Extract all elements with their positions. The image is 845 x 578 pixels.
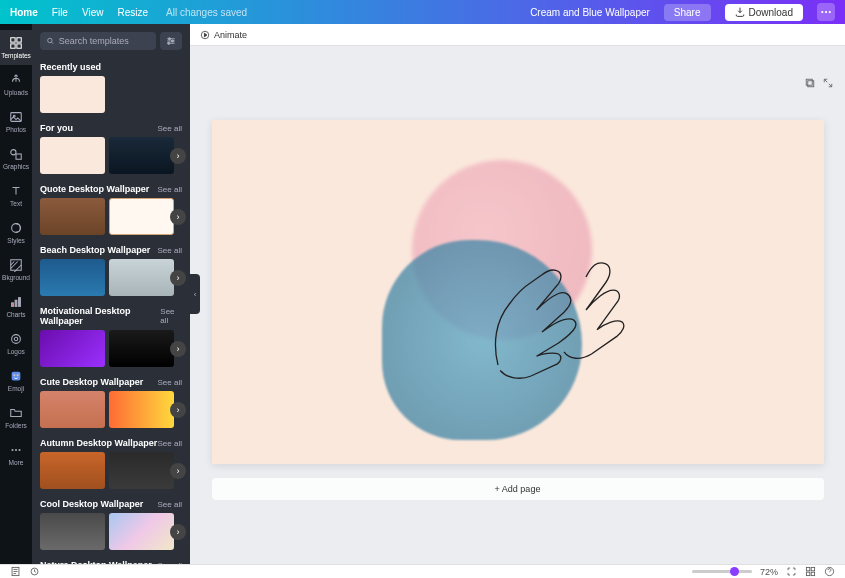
rail-label: More [9, 459, 24, 466]
template-thumb[interactable] [40, 513, 105, 550]
template-thumb[interactable] [109, 137, 174, 174]
search-settings-button[interactable] [160, 32, 182, 50]
svg-rect-10 [16, 154, 21, 159]
expand-page-button[interactable] [821, 76, 835, 90]
top-menu-bar: Home File View Resize All changes saved … [0, 0, 845, 24]
svg-rect-30 [808, 81, 814, 87]
file-menu[interactable]: File [52, 7, 68, 18]
svg-rect-36 [811, 572, 814, 575]
folders-icon [9, 406, 23, 420]
add-page-button[interactable]: + Add page [212, 478, 824, 500]
duration-button[interactable] [29, 566, 40, 577]
template-thumb[interactable] [109, 259, 174, 296]
zoom-slider[interactable] [692, 570, 752, 573]
svg-rect-18 [12, 372, 21, 381]
rail-background[interactable]: Bkground [0, 252, 32, 287]
rail-more[interactable]: More [0, 437, 32, 472]
rail-graphics[interactable]: Graphics [0, 141, 32, 176]
svg-point-20 [17, 374, 19, 376]
rail-label: Folders [5, 422, 27, 429]
panel-scroll[interactable]: Recently used For you See all › [32, 58, 190, 564]
svg-point-19 [13, 374, 15, 376]
more-button[interactable] [817, 3, 835, 21]
share-button[interactable]: Share [664, 4, 711, 21]
section-autumn: Autumn Desktop Wallpaper See all › [40, 434, 182, 489]
row-next-button[interactable]: › [170, 402, 186, 418]
template-thumb[interactable] [109, 452, 174, 489]
download-button[interactable]: Download [725, 4, 803, 21]
document-title[interactable]: Cream and Blue Wallpaper [530, 7, 650, 18]
rail-label: Text [10, 200, 22, 207]
section-title: Cool Desktop Wallpaper [40, 499, 143, 509]
search-input[interactable] [59, 36, 150, 46]
row-next-button[interactable]: › [170, 209, 186, 225]
svg-rect-13 [12, 303, 14, 307]
template-thumb[interactable] [40, 330, 105, 367]
svg-point-25 [168, 38, 170, 40]
svg-point-26 [171, 40, 173, 42]
help-button[interactable] [824, 566, 835, 577]
rail-label: Logos [7, 348, 25, 355]
see-all-link[interactable]: See all [158, 378, 182, 387]
rail-emoji[interactable]: Emoji [0, 363, 32, 398]
canvas-page-actions [803, 76, 835, 90]
more-horizontal-icon [820, 6, 832, 18]
template-thumb[interactable] [40, 259, 105, 296]
canvas-toolbar: Animate [190, 24, 845, 46]
rail-styles[interactable]: Styles [0, 215, 32, 250]
see-all-link[interactable]: See all [158, 561, 182, 565]
rail-charts[interactable]: Charts [0, 289, 32, 324]
duplicate-page-button[interactable] [803, 76, 817, 90]
svg-point-17 [14, 337, 18, 341]
section-cool: Cool Desktop Wallpaper See all › [40, 495, 182, 550]
template-thumb[interactable] [109, 198, 174, 235]
row-next-button[interactable]: › [170, 148, 186, 164]
rail-label: Emoji [8, 385, 24, 392]
svg-rect-35 [806, 572, 809, 575]
search-box[interactable] [40, 32, 156, 50]
grid-view-button[interactable] [805, 566, 816, 577]
rail-label: Photos [6, 126, 26, 133]
see-all-link[interactable]: See all [158, 185, 182, 194]
rail-templates[interactable]: Templates [0, 30, 32, 65]
template-thumb[interactable] [40, 198, 105, 235]
template-thumb[interactable] [109, 513, 174, 550]
hands-lineart [432, 200, 652, 420]
template-thumb[interactable] [109, 330, 174, 367]
template-thumb[interactable] [40, 452, 105, 489]
rail-text[interactable]: Text [0, 178, 32, 213]
home-menu[interactable]: Home [10, 7, 38, 18]
fullscreen-icon [786, 566, 797, 577]
section-title: Autumn Desktop Wallpaper [40, 438, 157, 448]
view-menu[interactable]: View [82, 7, 104, 18]
rail-logos[interactable]: Logos [0, 326, 32, 361]
row-next-button[interactable]: › [170, 524, 186, 540]
canvas-page[interactable] [212, 120, 824, 464]
see-all-link[interactable]: See all [158, 439, 182, 448]
row-next-button[interactable]: › [170, 270, 186, 286]
rail-folders[interactable]: Folders [0, 400, 32, 435]
see-all-link[interactable]: See all [160, 307, 182, 325]
see-all-link[interactable]: See all [158, 500, 182, 509]
template-thumb[interactable] [109, 391, 174, 428]
template-thumb[interactable] [40, 137, 105, 174]
notes-button[interactable] [10, 566, 21, 577]
zoom-slider-knob[interactable] [730, 567, 739, 576]
svg-point-24 [48, 38, 52, 42]
canvas-viewport[interactable]: + Add page [190, 46, 845, 564]
template-thumb[interactable] [40, 76, 105, 113]
fullscreen-button[interactable] [786, 566, 797, 577]
row-next-button[interactable]: › [170, 463, 186, 479]
see-all-link[interactable]: See all [158, 124, 182, 133]
section-cute: Cute Desktop Wallpaper See all › [40, 373, 182, 428]
section-title: Recently used [40, 62, 101, 72]
rail-uploads[interactable]: Uploads [0, 67, 32, 102]
grid-icon [805, 566, 816, 577]
row-next-button[interactable]: › [170, 341, 186, 357]
see-all-link[interactable]: See all [158, 246, 182, 255]
resize-menu[interactable]: Resize [117, 7, 148, 18]
rail-photos[interactable]: Photos [0, 104, 32, 139]
clock-icon [29, 566, 40, 577]
animate-button[interactable]: Animate [200, 30, 247, 40]
template-thumb[interactable] [40, 391, 105, 428]
